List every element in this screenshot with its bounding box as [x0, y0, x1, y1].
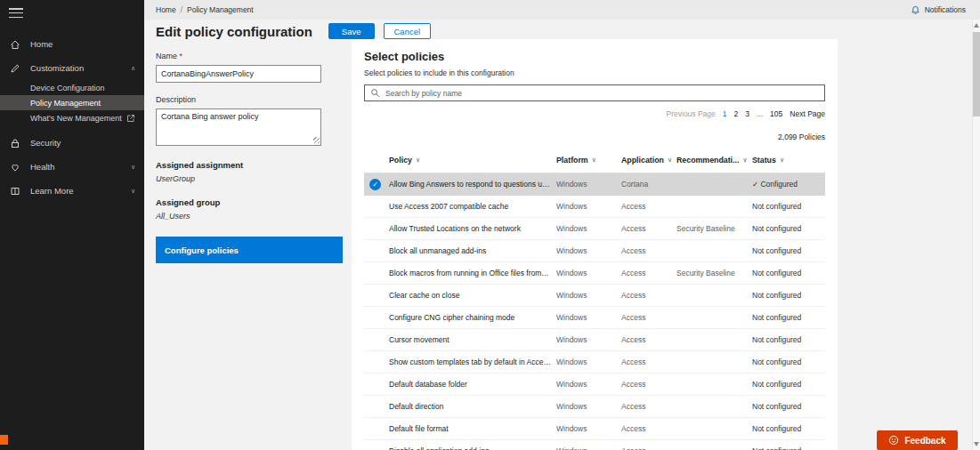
- sidebar: Home Customization ∧ Device Configuratio…: [0, 0, 144, 450]
- search-icon: [370, 88, 380, 98]
- content: Edit policy configuration Save Cancel Na…: [144, 20, 980, 450]
- table-row[interactable]: Default file format Windows Access Not c…: [364, 418, 825, 440]
- column-header-policy[interactable]: Policy∨: [389, 156, 556, 165]
- table-row[interactable]: Configure CNG cipher chaining mode Windo…: [364, 307, 825, 329]
- sort-chevron-icon: ∨: [416, 157, 420, 164]
- sidebar-item-health[interactable]: Health ∨: [0, 155, 144, 179]
- configure-policies-tab[interactable]: Configure policies: [156, 237, 343, 263]
- table-row[interactable]: Block all unmanaged add-ins Windows Acce…: [364, 240, 825, 262]
- policies-count: 2,099 Policies: [364, 133, 825, 141]
- row-platform: Windows: [556, 358, 621, 366]
- resize-handle[interactable]: [313, 137, 320, 143]
- bell-icon: [911, 5, 920, 15]
- cancel-button[interactable]: Cancel: [384, 23, 432, 39]
- feedback-button[interactable]: Feedback: [877, 430, 958, 450]
- row-policy: Allow Bing Answers to respond to questio…: [389, 180, 556, 189]
- scroll-down-icon[interactable]: [974, 442, 979, 446]
- select-policies-card: Select policies Select policies to inclu…: [352, 39, 838, 450]
- scrollbar-thumb[interactable]: [973, 32, 980, 117]
- table-row[interactable]: Default direction Windows Access Not con…: [364, 396, 825, 418]
- table-row[interactable]: Disable all application add-ins Windows …: [364, 440, 825, 450]
- row-application: Access: [621, 246, 676, 255]
- row-policy: Allow Trusted Locations on the network: [389, 224, 556, 233]
- row-policy: Use Access 2007 compatible cache: [389, 202, 556, 211]
- page-link-1[interactable]: 1: [723, 109, 727, 118]
- row-status: Not configured: [752, 291, 825, 300]
- page-link-105[interactable]: 105: [770, 109, 782, 118]
- scroll-up-icon[interactable]: [974, 23, 979, 28]
- customization-icon: [10, 63, 21, 74]
- required-asterisk: *: [180, 52, 183, 60]
- sort-chevron-icon: ∨: [780, 157, 784, 164]
- page-link-2[interactable]: 2: [734, 109, 739, 118]
- row-application: Access: [621, 313, 676, 322]
- column-header-status[interactable]: Status∨: [752, 156, 825, 165]
- search-input[interactable]: [385, 89, 819, 98]
- sidebar-item-policy-management[interactable]: Policy Management: [0, 95, 144, 110]
- column-header-platform[interactable]: Platform∨: [556, 156, 621, 165]
- row-application: Access: [621, 291, 676, 300]
- table-row[interactable]: Cursor movement Windows Access Not confi…: [364, 329, 825, 351]
- previous-page-link[interactable]: Previous Page: [667, 109, 716, 118]
- smiley-icon: [888, 435, 899, 446]
- lock-icon: [10, 138, 21, 149]
- sort-chevron-icon: ∨: [592, 157, 596, 164]
- sidebar-item-customization[interactable]: Customization ∧: [0, 56, 144, 80]
- row-select-cell[interactable]: ✓: [364, 179, 389, 190]
- row-status: Not configured: [752, 402, 825, 411]
- row-status: Not configured: [752, 446, 825, 450]
- sidebar-item-security[interactable]: Security: [0, 131, 144, 155]
- table-row[interactable]: Clear cache on close Windows Access Not …: [364, 285, 825, 307]
- row-status: Not configured: [752, 380, 825, 389]
- vertical-scrollbar[interactable]: [972, 20, 980, 450]
- row-status: Not configured: [752, 424, 825, 433]
- notifications-button[interactable]: Notifications: [911, 5, 966, 15]
- row-status: ✓ Configured: [752, 180, 825, 189]
- row-platform: Windows: [556, 402, 621, 411]
- table-row[interactable]: Block macros from running in Office file…: [364, 262, 825, 285]
- next-page-link[interactable]: Next Page: [790, 109, 825, 118]
- row-platform: Windows: [556, 291, 621, 300]
- edit-policy-panel: Edit policy configuration Save Cancel Na…: [156, 23, 344, 263]
- row-status: Not configured: [752, 313, 825, 322]
- sidebar-item-label: Home: [30, 39, 53, 49]
- column-header-recommendation[interactable]: Recommendati...∨: [676, 156, 752, 165]
- row-policy: Disable all application add-ins: [389, 446, 556, 450]
- card-title: Select policies: [364, 50, 825, 63]
- row-platform: Windows: [556, 424, 621, 433]
- description-field[interactable]: Cortana Bing answer policy: [156, 108, 321, 146]
- home-icon: [10, 39, 21, 50]
- name-field[interactable]: [156, 65, 321, 83]
- sidebar-item-home[interactable]: Home: [0, 32, 144, 56]
- assigned-assignment-label: Assigned assignment: [156, 160, 344, 170]
- save-button[interactable]: Save: [328, 23, 375, 39]
- row-application: Access: [621, 335, 676, 344]
- corner-accent: [0, 435, 8, 445]
- page-ellipsis: ...: [757, 109, 763, 118]
- row-platform: Windows: [556, 180, 621, 189]
- chevron-up-icon: ∧: [131, 65, 135, 72]
- chevron-down-icon: ∨: [131, 164, 135, 171]
- sort-chevron-icon: ∨: [742, 157, 747, 164]
- row-platform: Windows: [556, 202, 621, 211]
- table-row[interactable]: ✓ Allow Bing Answers to respond to quest…: [364, 173, 825, 196]
- table-row[interactable]: Allow Trusted Locations on the network W…: [364, 218, 825, 240]
- pagination: Previous Page 1 2 3 ... 105 Next Page: [364, 109, 825, 118]
- row-status: Not configured: [752, 358, 825, 366]
- book-icon: [10, 186, 21, 197]
- column-header-application[interactable]: Application∨: [621, 156, 676, 165]
- menu-icon[interactable]: [9, 8, 23, 18]
- table-row[interactable]: Show custom templates tab by default in …: [364, 351, 825, 374]
- table-row[interactable]: Use Access 2007 compatible cache Windows…: [364, 196, 825, 218]
- assigned-assignment-value: UserGroup: [156, 174, 344, 183]
- breadcrumb-home-link[interactable]: Home: [156, 5, 176, 14]
- row-policy: Default file format: [389, 424, 556, 433]
- policy-search-box[interactable]: [364, 84, 825, 101]
- sidebar-item-device-configuration[interactable]: Device Configuration: [0, 80, 144, 95]
- row-status: Not configured: [752, 335, 825, 344]
- page-link-3[interactable]: 3: [745, 109, 749, 118]
- top-strip: Home / Policy Management Notifications: [144, 0, 980, 20]
- sidebar-item-learn-more[interactable]: Learn More ∨: [0, 179, 144, 203]
- sidebar-item-whats-new-management[interactable]: What's New Management: [0, 110, 144, 125]
- table-row[interactable]: Default database folder Windows Access N…: [364, 374, 825, 396]
